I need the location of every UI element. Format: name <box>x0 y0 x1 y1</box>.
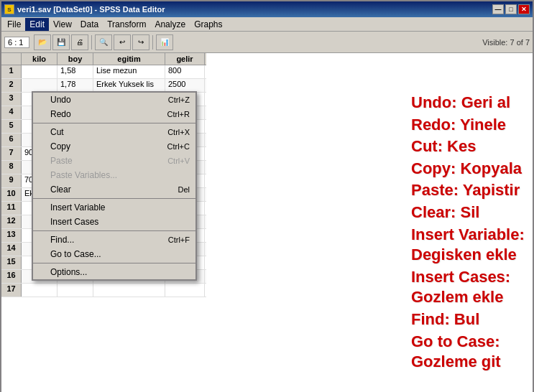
toolbar-find[interactable]: 🔍 <box>95 34 112 50</box>
toolbar-chart[interactable]: 📊 <box>156 34 173 50</box>
table-row[interactable]: 17 <box>1 284 206 297</box>
toolbar-sep2 <box>152 35 153 50</box>
menu-analyze[interactable]: Analyze <box>150 18 190 31</box>
toolbar-print[interactable]: 🖨 <box>71 34 88 50</box>
window-title: veri1.sav [DataSet0] - SPSS Data Editor <box>17 5 165 14</box>
annotations: Undo: Geri alRedo: YineleCut: KesCopy: K… <box>411 93 530 350</box>
annotation-7: Insert Cases: Gozlem ekle <box>411 267 530 308</box>
menu-file[interactable]: File <box>3 18 25 31</box>
cell-egitim[interactable]: Lise mezun <box>93 65 165 78</box>
sep4 <box>33 263 195 263</box>
cell-kilo[interactable] <box>22 79 57 92</box>
row-number: 6 <box>1 134 22 146</box>
menu-undo[interactable]: Undo Ctrl+Z <box>33 93 195 107</box>
menu-cut[interactable]: Cut Ctrl+X <box>33 125 195 139</box>
menu-redo[interactable]: Redo Ctrl+R <box>33 107 195 121</box>
sep3 <box>33 230 195 231</box>
annotation-9: Go to Case: Gozleme git <box>411 332 530 373</box>
title-bar: S veri1.sav [DataSet0] - SPSS Data Edito… <box>1 1 533 17</box>
title-bar-left: S veri1.sav [DataSet0] - SPSS Data Edito… <box>4 4 165 14</box>
menu-graphs[interactable]: Graphs <box>190 18 226 31</box>
menu-paste-variables[interactable]: Paste Variables... <box>33 168 195 182</box>
sep2 <box>33 198 195 199</box>
row-number: 14 <box>1 243 22 256</box>
row-number: 5 <box>1 120 22 133</box>
minimize-button[interactable]: — <box>492 4 504 14</box>
row-number: 7 <box>1 147 22 160</box>
menu-paste[interactable]: Paste Ctrl+V <box>33 154 195 168</box>
cell-boy[interactable] <box>57 284 93 297</box>
annotation-6: Insert Variable: Degisken ekle <box>411 225 530 266</box>
header-rownum <box>1 53 22 65</box>
menu-view[interactable]: View <box>49 18 76 31</box>
header-gelir[interactable]: gelir <box>165 53 205 65</box>
menu-insert-cases[interactable]: Insert Cases <box>33 215 195 229</box>
menu-goto-case[interactable]: Go to Case... <box>33 247 195 261</box>
row-number: 1 <box>1 65 22 78</box>
row-number: 2 <box>1 79 22 92</box>
row-number: 10 <box>1 188 22 201</box>
annotation-3: Copy: Kopyala <box>411 159 530 179</box>
row-number: 4 <box>1 106 22 119</box>
row-number: 8 <box>1 161 22 174</box>
cell-kilo[interactable] <box>22 65 57 78</box>
cell-gelir[interactable] <box>165 284 205 297</box>
cell-gelir[interactable]: 2500 <box>165 79 205 92</box>
toolbar-save[interactable]: 💾 <box>52 34 70 50</box>
app-icon: S <box>4 4 14 14</box>
menu-insert-variable[interactable]: Insert Variable <box>33 200 195 215</box>
title-controls: — □ ✕ <box>492 4 530 14</box>
menu-bar: File Edit View Data Transform Analyze Gr… <box>1 17 533 32</box>
cell-egitim[interactable]: Erkek Yuksek lis <box>93 79 165 92</box>
menu-data[interactable]: Data <box>76 18 103 31</box>
row-number: 16 <box>1 270 22 283</box>
row-number: 13 <box>1 229 22 242</box>
toolbar-sep1 <box>91 35 92 50</box>
sep1 <box>33 123 195 123</box>
row-number: 15 <box>1 256 22 269</box>
main-window: S veri1.sav [DataSet0] - SPSS Data Edito… <box>0 0 534 392</box>
annotation-2: Cut: Kes <box>411 136 530 157</box>
cell-boy[interactable]: 1,78 <box>57 79 93 92</box>
row-number: 3 <box>1 93 22 106</box>
annotation-1: Redo: Yinele <box>411 115 530 136</box>
cell-boy[interactable]: 1,58 <box>57 65 93 78</box>
header-egitim[interactable]: egitim <box>93 53 165 65</box>
cell-egitim[interactable] <box>93 284 165 297</box>
row-number: 9 <box>1 174 22 187</box>
content-area: kilo boy egitim gelir 11,58Lise mezun800… <box>1 53 533 392</box>
row-number: 17 <box>1 284 22 297</box>
menu-transform[interactable]: Transform <box>103 18 150 31</box>
menu-edit[interactable]: Edit <box>25 18 49 31</box>
toolbar-undo[interactable]: ↩ <box>114 34 131 50</box>
menu-copy[interactable]: Copy Ctrl+C <box>33 139 195 154</box>
visible-label: Visible: 7 of 7 <box>482 38 530 47</box>
edit-dropdown-menu: Undo Ctrl+Z Redo Ctrl+R Cut Ctrl+X Copy … <box>32 91 197 281</box>
annotation-area: Undo: Geri alRedo: YineleCut: KesCopy: K… <box>206 53 533 392</box>
menu-options[interactable]: Options... <box>33 265 195 279</box>
cell-kilo[interactable] <box>22 284 57 297</box>
toolbar-redo[interactable]: ↪ <box>132 34 149 50</box>
maximize-button[interactable]: □ <box>505 4 517 14</box>
cell-gelir[interactable]: 800 <box>165 65 205 78</box>
header-kilo[interactable]: kilo <box>22 53 57 65</box>
annotation-5: Clear: Sil <box>411 202 530 223</box>
row-number: 12 <box>1 215 22 228</box>
row-col-indicator: 6 : 1 <box>4 37 29 48</box>
toolbar: 6 : 1 📂 💾 🖨 🔍 ↩ ↪ 📊 Visible: 7 of 7 <box>1 32 533 53</box>
grid-header: kilo boy egitim gelir <box>1 53 206 65</box>
menu-find[interactable]: Find... Ctrl+F <box>33 233 195 247</box>
menu-clear[interactable]: Clear Del <box>33 182 195 197</box>
toolbar-open[interactable]: 📂 <box>34 34 51 50</box>
header-boy[interactable]: boy <box>57 53 93 65</box>
row-number: 11 <box>1 202 22 215</box>
close-button[interactable]: ✕ <box>518 4 530 14</box>
table-row[interactable]: 11,58Lise mezun800 <box>1 65 206 79</box>
annotation-4: Paste: Yapistir <box>411 180 530 201</box>
annotation-0: Undo: Geri al <box>411 93 530 113</box>
annotation-8: Find: Bul <box>411 309 530 330</box>
